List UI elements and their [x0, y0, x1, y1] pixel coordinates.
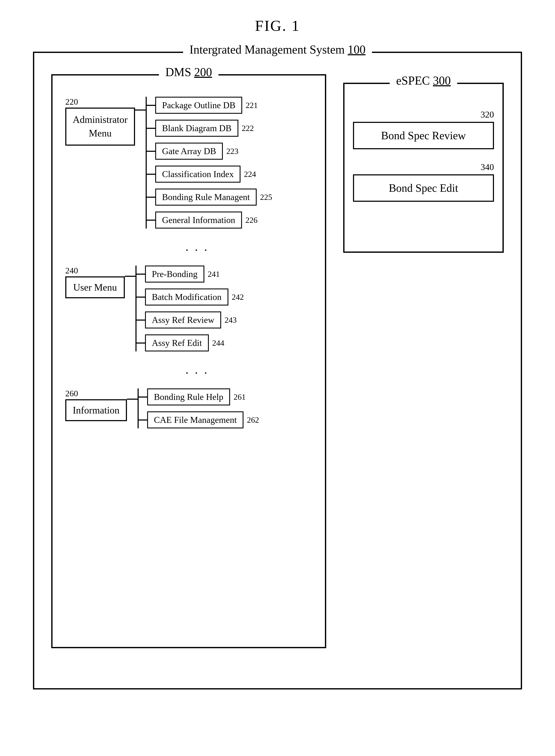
admin-item-223: Gate Array DB 223 — [147, 143, 272, 160]
espec-item-340: Bond Spec Edit — [353, 174, 494, 202]
admin-menu-ref: 220 — [65, 97, 78, 107]
info-menu-ref: 260 — [65, 389, 78, 398]
dms-box: DMS 200 220 AdministratorMenu — [51, 74, 326, 648]
outer-system-box: Intergrated Management System 100 DMS 20… — [33, 52, 522, 690]
admin-item-222: Blank Diagram DB 222 — [147, 120, 272, 137]
figure-title: FIG. 1 — [255, 17, 300, 35]
espec-item-320: Bond Spec Review — [353, 122, 494, 149]
dots-separator-1: · · · — [82, 243, 312, 257]
espec-item-ref-340: 340 — [353, 162, 494, 172]
user-item-241: Pre-Bonding 241 — [136, 266, 244, 282]
dms-label: DMS 200 — [159, 65, 218, 79]
user-item-243: Assy Ref Review 243 — [136, 311, 244, 328]
dots-separator-2: · · · — [82, 366, 312, 380]
espec-label: eSPEC 300 — [390, 74, 457, 87]
user-menu-ref: 240 — [65, 266, 78, 275]
espec-item-ref-320: 320 — [353, 109, 494, 120]
info-item-262: CAE File Management 262 — [139, 411, 259, 429]
user-item-242: Batch Modification 242 — [136, 288, 244, 306]
admin-item-225: Bonding Rule Managent 225 — [147, 188, 272, 206]
user-item-244: Assy Ref Edit 244 — [136, 335, 244, 351]
admin-item-226: General Information 226 — [147, 212, 272, 228]
info-menu-box: Information — [65, 399, 127, 421]
outer-system-label: Intergrated Management System 100 — [183, 43, 372, 56]
info-item-261: Bonding Rule Help 261 — [139, 389, 259, 405]
user-menu-box: User Menu — [65, 276, 125, 298]
espec-box: eSPEC 300 320 Bond Spec Review 340 Bond … — [343, 83, 504, 253]
admin-item-224: Classification Index 224 — [147, 166, 272, 183]
admin-item-221: Package Outline DB 221 — [147, 97, 272, 114]
admin-menu-box: AdministratorMenu — [65, 107, 135, 146]
